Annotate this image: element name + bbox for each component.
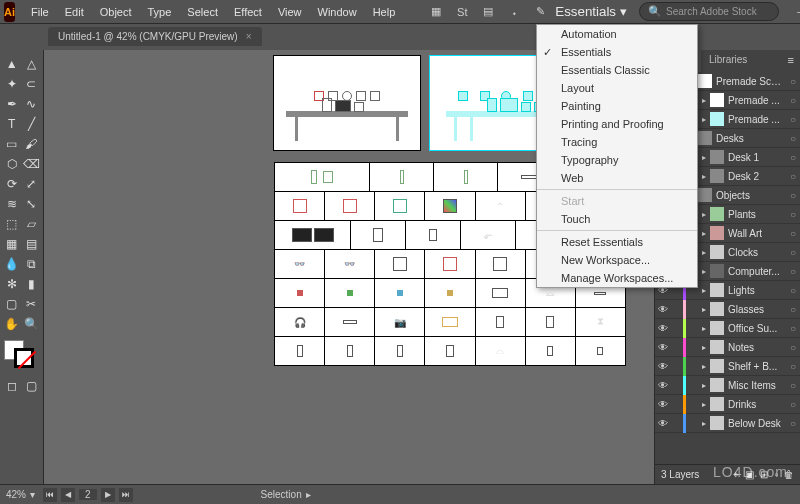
document-tab[interactable]: Untitled-1 @ 42% (CMYK/GPU Preview) × <box>48 27 262 46</box>
target-icon[interactable]: ○ <box>786 266 800 277</box>
target-icon[interactable]: ○ <box>786 171 800 182</box>
target-icon[interactable]: ○ <box>786 304 800 315</box>
tool-type[interactable]: T <box>2 114 22 134</box>
arrange-icon[interactable]: ▤ <box>479 3 497 21</box>
menu-help[interactable]: Help <box>365 0 404 24</box>
layer-row[interactable]: 👁▸Below Desk○ <box>655 414 800 433</box>
minimize-button[interactable]: ─ <box>791 3 800 21</box>
tool-eyedropper[interactable]: 💧 <box>2 254 22 274</box>
tool-perspective[interactable]: ▱ <box>22 214 42 234</box>
menu-edit[interactable]: Edit <box>57 0 92 24</box>
tab-libraries[interactable]: Libraries <box>701 50 755 72</box>
workspace-option[interactable]: New Workspace... <box>537 251 697 269</box>
tool-slice[interactable]: ✂ <box>22 294 42 314</box>
target-icon[interactable]: ○ <box>786 323 800 334</box>
twisty-icon[interactable]: ▸ <box>698 286 710 295</box>
layer-row[interactable]: 👁▸Misc Items○ <box>655 376 800 395</box>
workspace-option[interactable]: Layout <box>537 79 697 97</box>
tool-width[interactable]: ≋ <box>2 194 22 214</box>
workspace-option[interactable]: Manage Workspaces... <box>537 269 697 287</box>
tool-symbol-sprayer[interactable]: ✻ <box>2 274 22 294</box>
layer-row[interactable]: 👁▸Glasses○ <box>655 300 800 319</box>
tool-shape-builder[interactable]: ⬚ <box>2 214 22 234</box>
twisty-icon[interactable]: ▸ <box>698 172 710 181</box>
tool-shaper[interactable]: ⬡ <box>2 154 22 174</box>
layer-row[interactable]: 👁▸Notes○ <box>655 338 800 357</box>
tool-blend[interactable]: ⧉ <box>22 254 42 274</box>
target-icon[interactable]: ○ <box>786 152 800 163</box>
twisty-icon[interactable]: ▸ <box>698 248 710 257</box>
twisty-icon[interactable]: ▸ <box>698 153 710 162</box>
visibility-icon[interactable]: 👁 <box>655 342 671 353</box>
layer-row[interactable]: 👁▸Shelf + B...○ <box>655 357 800 376</box>
tool-paintbrush[interactable]: 🖌 <box>22 134 42 154</box>
menu-object[interactable]: Object <box>92 0 140 24</box>
panel-menu-icon[interactable]: ≡ <box>782 50 800 72</box>
tool-scale[interactable]: ⤢ <box>22 174 42 194</box>
twisty-icon[interactable]: ▸ <box>698 343 710 352</box>
visibility-icon[interactable]: 👁 <box>655 380 671 391</box>
workspace-option[interactable]: Essentials Classic <box>537 61 697 79</box>
gpu-icon[interactable]: ⬩ <box>505 3 523 21</box>
target-icon[interactable]: ○ <box>786 228 800 239</box>
search-stock-input[interactable]: 🔍 Search Adobe Stock <box>639 2 779 21</box>
tool-selection[interactable]: ▲ <box>2 54 22 74</box>
target-icon[interactable]: ○ <box>786 95 800 106</box>
menu-type[interactable]: Type <box>140 0 180 24</box>
workspace-switcher[interactable]: Essentials ▾ <box>549 2 633 21</box>
tool-free-transform[interactable]: ⤡ <box>22 194 42 214</box>
zoom-level[interactable]: 42% ▾ <box>6 489 35 500</box>
tool-lasso[interactable]: ⊂ <box>22 74 42 94</box>
bridge-icon[interactable]: ▦ <box>427 3 445 21</box>
workspace-option[interactable]: Web <box>537 169 697 187</box>
layer-row[interactable]: 👁▸Office Su...○ <box>655 319 800 338</box>
feedback-icon[interactable]: ✎ <box>531 3 549 21</box>
twisty-icon[interactable]: ▸ <box>698 400 710 409</box>
tool-mesh[interactable]: ▦ <box>2 234 22 254</box>
twisty-icon[interactable]: ▸ <box>698 305 710 314</box>
target-icon[interactable]: ○ <box>786 342 800 353</box>
stock-icon[interactable]: St <box>453 3 471 21</box>
workspace-option[interactable]: Painting <box>537 97 697 115</box>
twisty-icon[interactable]: ▸ <box>698 419 710 428</box>
twisty-icon[interactable]: ▸ <box>698 115 710 124</box>
visibility-icon[interactable]: 👁 <box>655 361 671 372</box>
menu-view[interactable]: View <box>270 0 310 24</box>
workspace-option[interactable]: Touch <box>537 210 697 228</box>
tool-pen[interactable]: ✒ <box>2 94 22 114</box>
tool-artboard[interactable]: ▢ <box>2 294 22 314</box>
target-icon[interactable]: ○ <box>786 209 800 220</box>
menu-window[interactable]: Window <box>310 0 365 24</box>
target-icon[interactable]: ○ <box>786 361 800 372</box>
workspace-option[interactable]: Printing and Proofing <box>537 115 697 133</box>
workspace-option[interactable]: Automation <box>537 25 697 43</box>
fill-stroke-indicator[interactable] <box>4 340 38 370</box>
workspace-option[interactable]: Essentials <box>537 43 697 61</box>
target-icon[interactable]: ○ <box>786 190 800 201</box>
tool-line[interactable]: ╱ <box>22 114 42 134</box>
layer-row[interactable]: 👁▸Drinks○ <box>655 395 800 414</box>
target-icon[interactable]: ○ <box>786 133 800 144</box>
target-icon[interactable]: ○ <box>786 285 800 296</box>
visibility-icon[interactable]: 👁 <box>655 399 671 410</box>
tool-magic-wand[interactable]: ✦ <box>2 74 22 94</box>
nav-prev-icon[interactable]: ◀ <box>61 488 75 502</box>
target-icon[interactable]: ○ <box>786 399 800 410</box>
tool-zoom[interactable]: 🔍 <box>22 314 42 334</box>
target-icon[interactable]: ○ <box>786 114 800 125</box>
draw-mode-normal[interactable]: ◻ <box>2 376 22 396</box>
tool-gradient[interactable]: ▤ <box>22 234 42 254</box>
visibility-icon[interactable]: 👁 <box>655 418 671 429</box>
twisty-icon[interactable]: ▸ <box>698 267 710 276</box>
twisty-icon[interactable]: ▸ <box>698 381 710 390</box>
visibility-icon[interactable]: 👁 <box>655 323 671 334</box>
workspace-option[interactable]: Typography <box>537 151 697 169</box>
artboard-number[interactable]: 2 <box>79 489 97 500</box>
status-selection[interactable]: Selection ▸ <box>261 489 311 500</box>
screen-mode[interactable]: ▢ <box>22 376 42 396</box>
nav-last-icon[interactable]: ⏭ <box>119 488 133 502</box>
menu-select[interactable]: Select <box>179 0 226 24</box>
twisty-icon[interactable]: ▸ <box>698 229 710 238</box>
menu-effect[interactable]: Effect <box>226 0 270 24</box>
tool-curvature[interactable]: ∿ <box>22 94 42 114</box>
